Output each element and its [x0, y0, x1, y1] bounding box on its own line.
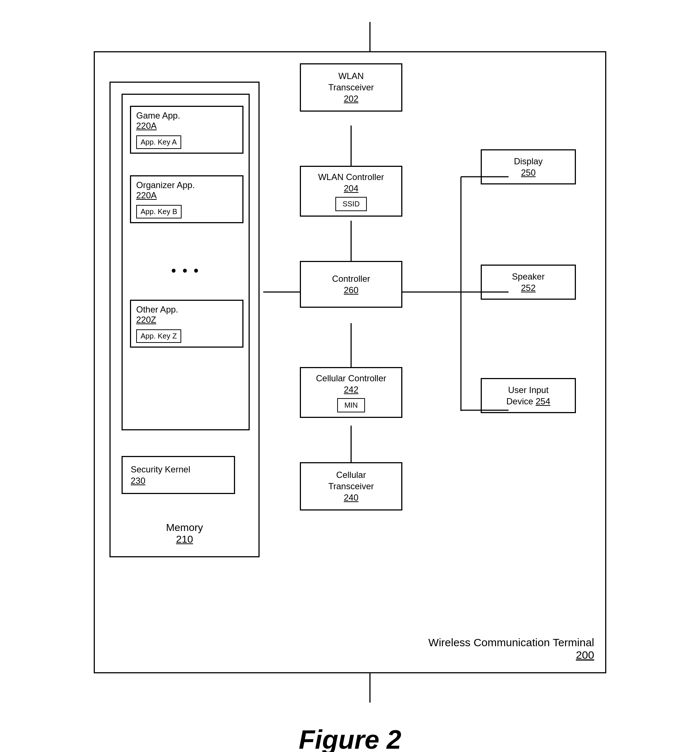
speaker-box: Speaker 252 [481, 264, 576, 300]
cellular-transceiver-box: CellularTransceiver 240 [300, 462, 402, 511]
wlan-transceiver-box: WLANTransceiver 202 [300, 63, 402, 112]
user-input-device-title: User InputDevice 254 [489, 384, 568, 407]
controller-title: Controller 260 [308, 273, 394, 296]
top-line [369, 22, 370, 51]
diagram-area: Game App. 220A App. Key A Organizer App.… [30, 22, 670, 702]
min-inner: MIN [337, 398, 366, 412]
memory-box: Game App. 220A App. Key A Organizer App.… [109, 82, 260, 557]
security-kernel-box: Security Kernel 230 [121, 456, 235, 494]
bottom-line [369, 673, 370, 702]
cellular-controller-title: Cellular Controller 242 [308, 373, 394, 395]
wlan-transceiver-title: WLANTransceiver 202 [308, 70, 394, 105]
wlan-controller-title: WLAN Controller 204 [308, 171, 394, 194]
speaker-title: Speaker 252 [489, 271, 568, 294]
user-input-device-box: User InputDevice 254 [481, 378, 576, 413]
memory-label: Memory 210 [166, 522, 203, 545]
dots-separator: • • • [171, 263, 200, 278]
cellular-transceiver-title: CellularTransceiver 240 [308, 469, 394, 503]
game-app-box: Game App. 220A App. Key A [130, 106, 243, 154]
apps-outer-box: Game App. 220A App. Key A Organizer App.… [121, 94, 250, 430]
figure-caption: Figure 2 [299, 724, 401, 752]
terminal-label: Wireless Communication Terminal 200 [428, 636, 594, 661]
organizer-app-box: Organizer App. 220A App. Key B [130, 175, 243, 223]
other-app-title: Other App. 220Z [136, 305, 237, 325]
security-kernel-title: Security Kernel 230 [131, 464, 226, 486]
wlan-controller-box: WLAN Controller 204 SSID [300, 166, 402, 217]
organizer-app-key: App. Key B [136, 205, 182, 219]
other-app-box: Other App. 220Z App. Key Z [130, 300, 243, 348]
controller-box: Controller 260 [300, 261, 402, 308]
game-app-key: App. Key A [136, 135, 181, 149]
terminal-box: Game App. 220A App. Key A Organizer App.… [94, 51, 606, 673]
cellular-controller-box: Cellular Controller 242 MIN [300, 367, 402, 418]
display-title: Display 250 [489, 155, 568, 178]
other-app-key: App. Key Z [136, 329, 181, 343]
display-box: Display 250 [481, 149, 576, 185]
game-app-title: Game App. 220A [136, 110, 237, 131]
ssid-inner: SSID [335, 197, 367, 211]
organizer-app-title: Organizer App. 220A [136, 180, 237, 200]
